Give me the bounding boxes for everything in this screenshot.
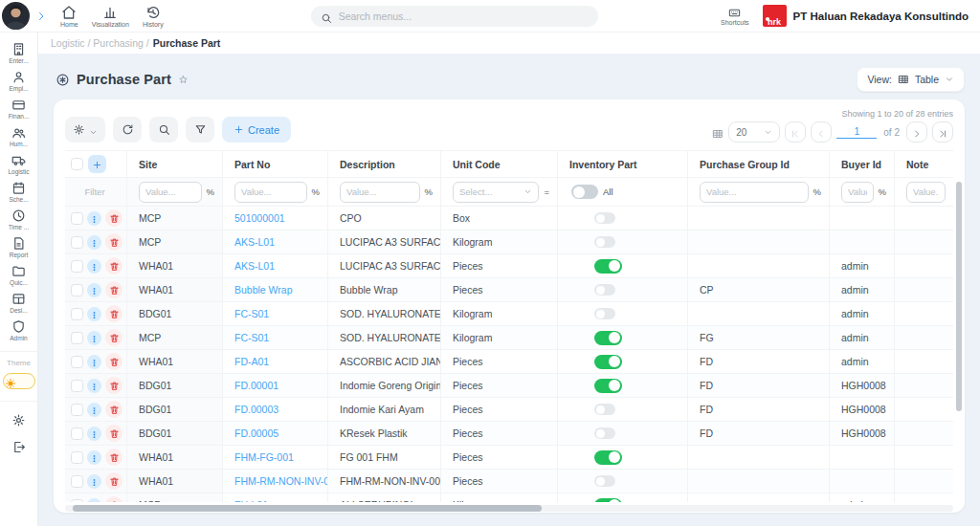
column-header-purchase-group-id[interactable]: Purchase Group Id	[688, 150, 830, 178]
row-checkbox[interactable]	[71, 499, 83, 503]
row-delete-button[interactable]	[105, 449, 122, 466]
row-checkbox[interactable]	[71, 212, 83, 225]
last-page-button[interactable]	[932, 121, 953, 142]
row-checkbox[interactable]	[71, 260, 83, 273]
inventory-part-toggle[interactable]	[594, 427, 615, 439]
row-checkbox[interactable]	[71, 404, 83, 416]
row-delete-button[interactable]	[105, 401, 122, 418]
search-input[interactable]	[339, 11, 589, 22]
sidebar-item-building[interactable]: Enter...	[9, 42, 29, 70]
filter-site-input[interactable]	[139, 182, 202, 203]
part-no-link[interactable]: FD-A01	[234, 356, 269, 367]
row-delete-button[interactable]	[105, 377, 122, 394]
favorite-star-icon[interactable]	[178, 72, 189, 82]
sidebar-item-wallet[interactable]: Finan...	[9, 98, 30, 125]
row-delete-button[interactable]	[105, 472, 122, 490]
row-actions-button[interactable]	[87, 403, 101, 417]
current-page[interactable]: 1	[836, 125, 877, 139]
row-actions-button[interactable]	[87, 498, 101, 503]
row-delete-button[interactable]	[105, 257, 122, 274]
row-delete-button[interactable]	[105, 329, 122, 346]
part-no-link[interactable]: FHM-RM-NON-INV-001	[234, 475, 328, 487]
row-actions-button[interactable]	[87, 379, 101, 393]
row-delete-button[interactable]	[105, 496, 122, 502]
first-page-button[interactable]	[785, 121, 806, 142]
inventory-part-toggle[interactable]	[594, 236, 615, 248]
view-selector[interactable]: View: Table	[857, 67, 965, 92]
part-no-link[interactable]: AKS-L01	[234, 260, 275, 272]
search-bar[interactable]	[311, 6, 598, 27]
filter-note-input[interactable]	[906, 182, 946, 203]
row-actions-button[interactable]	[87, 355, 101, 369]
part-no-link[interactable]: FD.00003	[234, 404, 278, 415]
horizontal-scrollbar-thumb[interactable]	[73, 505, 542, 512]
part-no-link[interactable]: FC-S01	[234, 308, 269, 319]
inventory-part-toggle[interactable]	[594, 259, 622, 274]
select-all-checkbox[interactable]	[71, 158, 83, 170]
prev-page-button[interactable]	[811, 121, 832, 142]
filter-button[interactable]	[186, 117, 214, 142]
part-no-link[interactable]: 501000001	[234, 212, 285, 224]
inventory-part-toggle[interactable]	[594, 284, 615, 296]
part-no-link[interactable]: FD.00001	[234, 380, 278, 391]
sidebar-item-layout[interactable]: Desi...	[10, 292, 27, 319]
search-button[interactable]	[149, 117, 178, 142]
sidebar-item-calendar[interactable]: Sche...	[9, 181, 28, 208]
sidebar-item-document[interactable]: Report	[10, 236, 29, 264]
column-header-part-no[interactable]: Part No	[223, 150, 328, 178]
row-actions-button[interactable]	[87, 427, 101, 441]
sidebar-item-folder[interactable]: Quic...	[10, 264, 28, 292]
top-nav-history[interactable]: History	[143, 5, 164, 28]
vertical-scrollbar-thumb[interactable]	[956, 182, 962, 411]
row-actions-button[interactable]	[87, 211, 101, 226]
row-actions-button[interactable]	[87, 235, 101, 250]
top-nav-visualization[interactable]: Visualization	[92, 5, 129, 28]
shortcuts-button[interactable]: Shortcuts	[721, 6, 749, 26]
inventory-part-toggle[interactable]	[594, 355, 622, 369]
row-checkbox[interactable]	[71, 451, 83, 464]
row-delete-button[interactable]	[105, 209, 122, 227]
sidebar-expand-icon[interactable]	[35, 11, 47, 22]
filter-buyer-id-input[interactable]	[841, 182, 874, 203]
row-actions-button[interactable]	[87, 259, 101, 274]
top-nav-home[interactable]: Home	[60, 5, 78, 28]
part-no-link[interactable]: FC-S01	[234, 332, 269, 343]
row-actions-button[interactable]	[87, 307, 101, 321]
sidebar-item-people[interactable]: Hum...	[10, 125, 28, 153]
next-page-button[interactable]	[906, 121, 927, 142]
row-checkbox[interactable]	[71, 236, 83, 249]
row-delete-button[interactable]	[105, 233, 122, 251]
sidebar-item-shield[interactable]: Admin	[10, 319, 27, 347]
row-checkbox[interactable]	[71, 380, 83, 392]
part-no-link[interactable]: FHM-FG-001	[234, 451, 294, 463]
row-checkbox[interactable]	[71, 356, 83, 368]
user-avatar[interactable]	[2, 2, 30, 30]
row-actions-button[interactable]	[87, 450, 101, 465]
page-size-select[interactable]: 20	[728, 121, 780, 142]
column-header-description[interactable]: Description	[328, 150, 441, 178]
part-no-link[interactable]: FD.00005	[234, 427, 278, 439]
create-button[interactable]: Create	[222, 117, 291, 142]
breadcrumb-path[interactable]: Logistic / Purchasing /	[51, 37, 149, 49]
inventory-part-toggle[interactable]	[594, 450, 622, 465]
row-checkbox[interactable]	[71, 308, 83, 320]
row-delete-button[interactable]	[105, 425, 122, 442]
sidebar-item-clock[interactable]: Time ...	[9, 208, 29, 236]
part-no-link[interactable]: FH-L01	[234, 499, 268, 502]
refresh-button[interactable]	[113, 117, 142, 142]
inventory-part-toggle[interactable]	[594, 308, 615, 319]
row-delete-button[interactable]	[105, 353, 122, 370]
inventory-part-toggle[interactable]	[594, 498, 622, 503]
add-row-button[interactable]	[88, 155, 106, 173]
filter-purchase-group-input[interactable]	[700, 182, 809, 203]
table-settings-button[interactable]	[65, 117, 105, 142]
row-actions-button[interactable]	[87, 283, 101, 297]
column-header-inventory-part[interactable]: Inventory Part	[558, 150, 688, 178]
logout-icon[interactable]	[11, 440, 26, 454]
part-no-link[interactable]: Bubble Wrap	[234, 284, 293, 296]
inventory-part-toggle[interactable]	[594, 475, 615, 487]
inventory-part-toggle[interactable]	[594, 331, 622, 345]
sidebar-item-person[interactable]: Empl...	[9, 70, 28, 98]
inventory-part-toggle[interactable]	[594, 212, 615, 224]
row-actions-button[interactable]	[87, 331, 101, 345]
